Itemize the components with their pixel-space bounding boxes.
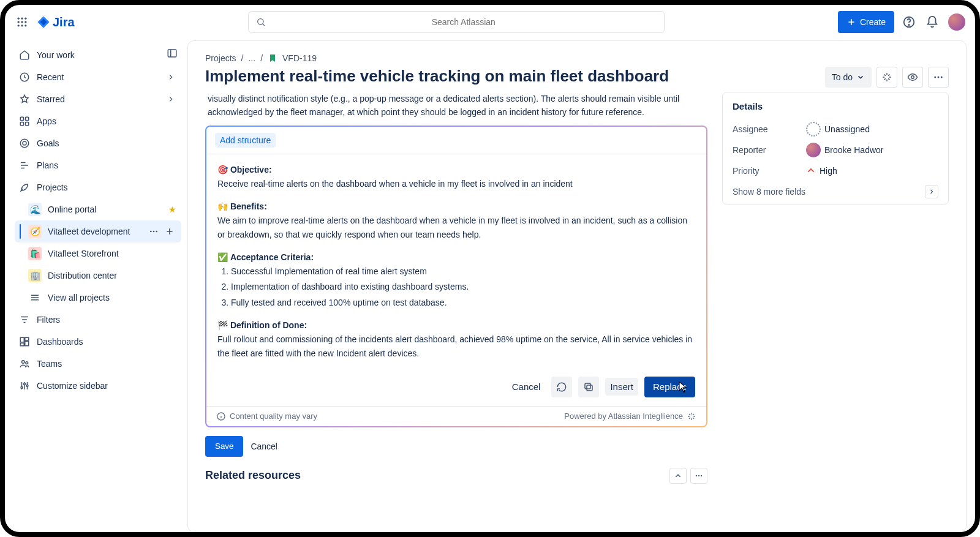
- svg-point-28: [26, 362, 28, 364]
- sidebar-item-goals[interactable]: Goals: [12, 132, 181, 154]
- sidebar-item-teams[interactable]: Teams: [12, 353, 181, 375]
- svg-point-21: [153, 231, 155, 233]
- acceptance-item: Successful Implementation of real time a…: [231, 265, 695, 279]
- ai-cancel-button[interactable]: Cancel: [507, 378, 546, 396]
- project-icon: 🌊: [28, 203, 42, 216]
- notifications-icon[interactable]: [925, 15, 940, 29]
- svg-point-31: [26, 385, 28, 387]
- project-icon: 🧭: [28, 225, 42, 238]
- search-input[interactable]: [271, 17, 657, 27]
- svg-rect-16: [20, 122, 23, 126]
- more-actions-icon[interactable]: [928, 67, 949, 88]
- sidebar-item-dashboards[interactable]: Dashboards: [12, 331, 181, 353]
- sidebar-item-apps[interactable]: Apps: [12, 110, 181, 132]
- sidebar-item-label: Customize sidebar: [37, 381, 108, 391]
- svg-rect-25: [25, 341, 29, 346]
- plans-icon: [18, 159, 31, 171]
- svg-point-18: [20, 139, 29, 148]
- more-icon[interactable]: [690, 468, 707, 484]
- product-name: Jira: [53, 15, 75, 29]
- assignee-value: Unassigned: [824, 124, 870, 134]
- copy-icon[interactable]: [578, 377, 599, 397]
- app-switcher-icon[interactable]: [15, 15, 29, 29]
- search-input-wrap[interactable]: [248, 11, 665, 33]
- dashboard-icon: [18, 336, 31, 348]
- create-button[interactable]: Create: [838, 11, 894, 33]
- svg-point-11: [908, 24, 909, 25]
- sidebar-item-plans[interactable]: Plans: [12, 154, 181, 176]
- emoji-check-icon: ✅: [217, 252, 228, 262]
- svg-point-8: [24, 24, 26, 26]
- ai-quality-notice: Content quality may vary: [230, 411, 317, 421]
- sidebar-project-vitafleet-development[interactable]: 🧭 Vitafleet development: [15, 220, 181, 242]
- svg-rect-17: [26, 122, 29, 126]
- breadcrumb-issue-key[interactable]: VFD-119: [282, 53, 317, 63]
- priority-field[interactable]: Priority High: [733, 160, 938, 181]
- assignee-field[interactable]: Assignee Unassigned: [733, 119, 938, 140]
- svg-point-1: [21, 18, 23, 20]
- list-icon: [28, 291, 42, 304]
- benefits-text: We aim to improve real-time alerts on th…: [217, 216, 687, 239]
- sidebar-project-online-portal[interactable]: 🌊 Online portal ★: [15, 198, 181, 220]
- reporter-field[interactable]: Reporter Brooke Hadwor: [733, 140, 938, 160]
- sidebar-item-filters[interactable]: Filters: [12, 309, 181, 331]
- sidebar-view-all-projects[interactable]: View all projects: [15, 287, 181, 309]
- emoji-target-icon: 🎯: [217, 165, 228, 175]
- cancel-button[interactable]: Cancel: [251, 436, 277, 457]
- ai-sparkle-icon[interactable]: [876, 67, 897, 88]
- svg-rect-14: [20, 117, 23, 120]
- benefits-label: Benefits:: [230, 200, 267, 214]
- sidebar-item-starred[interactable]: Starred: [12, 88, 181, 110]
- collapse-sidebar-icon[interactable]: [165, 47, 179, 60]
- sidebar-item-customize[interactable]: Customize sidebar: [12, 375, 181, 397]
- sidebar-project-distribution-center[interactable]: 🏢 Distribution center: [15, 265, 181, 287]
- add-icon[interactable]: [163, 225, 176, 238]
- apps-icon: [18, 115, 31, 127]
- svg-point-5: [24, 21, 26, 23]
- breadcrumb-projects[interactable]: Projects: [205, 53, 236, 63]
- jira-logo[interactable]: Jira: [37, 15, 75, 29]
- avatar[interactable]: [948, 13, 965, 31]
- show-more-fields[interactable]: Show 8 more fields: [733, 181, 938, 198]
- sidebar-project-vitafleet-storefront[interactable]: 🛍️ Vitafleet Storefront: [15, 242, 181, 265]
- sidebar-item-projects[interactable]: Projects: [12, 176, 181, 198]
- ai-powered-by: Powered by Atlassian Integllience: [564, 411, 683, 421]
- svg-rect-23: [20, 337, 24, 342]
- emoji-flag-icon: 🏁: [217, 320, 228, 330]
- assignee-label: Assignee: [733, 124, 806, 134]
- ai-suggestion-panel: Add structure 🎯 Objective: Receive real-…: [205, 126, 707, 427]
- svg-point-9: [257, 19, 263, 24]
- related-resources-title: Related resources: [205, 469, 301, 482]
- sidebar-item-your-work[interactable]: Your work: [12, 44, 181, 66]
- show-more-label: Show 8 more fields: [733, 187, 805, 197]
- priority-label: Priority: [733, 166, 806, 176]
- done-label: Definition of Done:: [230, 318, 307, 332]
- unassigned-avatar-icon: [806, 122, 821, 137]
- sidebar-item-label: Starred: [37, 94, 65, 104]
- help-icon[interactable]: [902, 15, 916, 29]
- svg-point-3: [18, 21, 20, 23]
- ai-chip-add-structure[interactable]: Add structure: [215, 133, 276, 148]
- priority-high-icon: [806, 166, 816, 176]
- project-icon: 🏢: [28, 269, 42, 282]
- ai-insert-button[interactable]: Insert: [605, 378, 638, 396]
- ai-replace-button[interactable]: Replace: [644, 377, 695, 397]
- status-dropdown[interactable]: To do: [825, 67, 872, 88]
- svg-point-39: [696, 475, 697, 476]
- svg-point-41: [701, 475, 702, 476]
- save-button[interactable]: Save: [205, 436, 243, 457]
- more-icon[interactable]: [147, 225, 160, 238]
- watch-icon[interactable]: [902, 67, 923, 88]
- retry-icon[interactable]: [551, 377, 572, 397]
- collapse-icon[interactable]: [669, 468, 687, 484]
- svg-point-40: [698, 475, 699, 476]
- chevron-right-icon: [167, 95, 175, 103]
- info-icon: [216, 411, 226, 421]
- clock-icon: [18, 71, 31, 83]
- svg-point-33: [934, 77, 936, 78]
- svg-point-22: [156, 231, 157, 233]
- sidebar-item-label: Filters: [37, 315, 60, 325]
- svg-rect-37: [585, 383, 590, 389]
- breadcrumb-ellipsis[interactable]: ...: [248, 53, 255, 63]
- sidebar-item-recent[interactable]: Recent: [12, 66, 181, 88]
